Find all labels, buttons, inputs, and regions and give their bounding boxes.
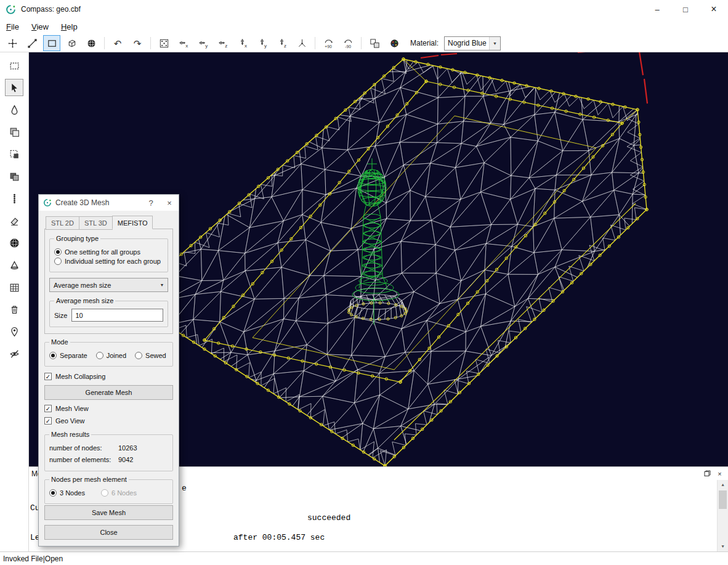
axes-button[interactable]	[293, 35, 310, 51]
grid-button[interactable]	[5, 278, 23, 296]
move-z-button[interactable]: z	[214, 35, 232, 51]
pointer-button[interactable]	[5, 79, 23, 96]
measure-icon	[9, 193, 20, 205]
size-input[interactable]: 10	[71, 309, 163, 322]
dropdown-arrow-icon[interactable]: ▼	[156, 283, 168, 287]
rotate-minus-90-icon: -90	[342, 38, 354, 49]
copy-button[interactable]	[5, 123, 23, 140]
line-icon	[26, 38, 38, 49]
svg-text:y: y	[205, 43, 208, 49]
mesh-sphere-button[interactable]	[5, 234, 23, 251]
marker-button[interactable]	[5, 323, 23, 340]
rotate-y-button[interactable]: y	[254, 35, 271, 51]
dock-float-button[interactable]	[702, 469, 713, 478]
menu-view[interactable]: View	[25, 20, 55, 34]
dialog-title: Create 3D Mesh	[55, 198, 140, 207]
eraser-icon	[9, 215, 20, 227]
move-y-button[interactable]: y	[195, 35, 212, 51]
radio-one-setting[interactable]: One setting for all groups	[54, 248, 163, 256]
rotate-x-button[interactable]: x	[234, 35, 251, 51]
radio-label: One setting for all groups	[65, 248, 140, 256]
menu-help[interactable]: Help	[55, 20, 84, 34]
scroll-thumb[interactable]	[719, 490, 727, 509]
rotate-x-icon: x	[237, 38, 249, 49]
tab-stl-2d[interactable]: STL 2D	[46, 216, 79, 230]
maximize-button[interactable]: □	[671, 0, 700, 18]
checkbox-icon[interactable]: ✓	[44, 417, 52, 425]
tab-stl-3d[interactable]: STL 3D	[79, 216, 113, 230]
undo-button[interactable]: ↶	[109, 35, 126, 51]
menu-file[interactable]: File	[0, 20, 25, 34]
radio-icon	[101, 489, 108, 497]
checkbox-icon[interactable]: ✓	[44, 373, 52, 380]
paint-button[interactable]	[5, 101, 23, 118]
palette-button[interactable]	[386, 35, 403, 51]
message-fragment: e	[182, 484, 187, 493]
geo-view-checkbox[interactable]: ✓ Geo View	[44, 417, 173, 425]
radio-icon[interactable]	[54, 248, 62, 256]
close-dialog-button[interactable]: Close	[44, 525, 173, 540]
hide-button[interactable]	[5, 345, 23, 362]
grouping-type-label: Grouping type	[54, 235, 100, 242]
radio-icon[interactable]	[96, 352, 103, 359]
dropdown-arrow-icon[interactable]: ▼	[489, 37, 500, 50]
pin-icon	[9, 326, 20, 338]
radio-icon[interactable]	[54, 258, 62, 265]
close-window-button[interactable]: ×	[700, 0, 728, 18]
radio-joined[interactable]: Joined	[96, 352, 126, 359]
move-y-icon: y	[198, 38, 209, 49]
cone-button[interactable]	[5, 256, 23, 274]
radio-icon[interactable]	[135, 352, 142, 359]
mesh-view-checkbox[interactable]: ✓ Mesh View	[44, 405, 173, 412]
dialog-close-button[interactable]: ×	[162, 196, 177, 209]
messages-scrollbar[interactable]: ▲ ▼	[717, 480, 728, 551]
swap-views-button[interactable]	[366, 35, 383, 51]
box-icon	[66, 38, 78, 49]
move-x-button[interactable]: x	[175, 35, 192, 51]
rect-select-button[interactable]	[5, 57, 23, 74]
eraser-button[interactable]	[5, 212, 23, 229]
pointer-icon	[9, 82, 20, 94]
average-mesh-size-group: Average mesh size Size 10	[49, 301, 168, 327]
box-tool-button[interactable]	[63, 35, 80, 51]
trash-icon	[9, 304, 20, 315]
redo-button[interactable]: ↷	[129, 35, 146, 51]
rectangle-tool-button[interactable]	[43, 35, 60, 51]
scroll-up-button[interactable]: ▲	[718, 480, 728, 490]
rotate-minus-90-button[interactable]: -90	[339, 35, 357, 51]
measure-button[interactable]	[5, 190, 23, 207]
sphere-tool-button[interactable]	[83, 35, 100, 51]
duplicate-button[interactable]	[5, 168, 23, 185]
tab-mefisto[interactable]: MEFISTO	[112, 216, 153, 229]
main-toolbar: ↶ ↷ x y	[0, 35, 728, 52]
point-tool-button[interactable]	[4, 35, 21, 51]
dialog-help-button[interactable]: ?	[144, 196, 158, 209]
fit-view-button[interactable]	[155, 35, 172, 51]
material-select[interactable]: Nogrid Blue ▼	[444, 36, 501, 51]
save-mesh-button[interactable]: Save Mesh	[44, 505, 173, 520]
rotate-z-button[interactable]: z	[273, 35, 291, 51]
minimize-button[interactable]: –	[643, 0, 671, 18]
scroll-down-button[interactable]: ▼	[718, 542, 728, 551]
svg-text:-90: -90	[345, 44, 351, 49]
radio-sewed[interactable]: Sewed	[135, 352, 166, 359]
radio-3-nodes[interactable]: 3 Nodes	[49, 489, 85, 497]
radio-individual-setting[interactable]: Individual setting for each group	[54, 258, 163, 265]
elements-count-label: number of elements:	[49, 454, 118, 466]
delete-button[interactable]	[5, 301, 23, 318]
rotate-plus-90-button[interactable]: +90	[320, 35, 337, 51]
radio-icon[interactable]	[49, 489, 57, 497]
paste-button[interactable]	[5, 145, 23, 163]
mesh-collapsing-checkbox[interactable]: ✓ Mesh Collapsing	[44, 373, 173, 380]
radio-icon[interactable]	[49, 352, 57, 359]
generate-mesh-button[interactable]: Generate Mesh	[44, 385, 173, 400]
mesh-size-mode-select[interactable]: Average mesh size ▼	[49, 278, 168, 292]
dock-close-button[interactable]: ×	[714, 469, 725, 478]
line-tool-button[interactable]	[23, 35, 41, 51]
dock-float-icon	[704, 470, 711, 477]
radio-separate[interactable]: Separate	[49, 352, 87, 359]
status-bar: Invoked File|Open	[0, 551, 728, 565]
checkbox-icon[interactable]: ✓	[44, 405, 52, 412]
dialog-title-bar[interactable]: Create 3D Mesh ? ×	[39, 195, 179, 211]
side-toolbar	[0, 52, 29, 551]
